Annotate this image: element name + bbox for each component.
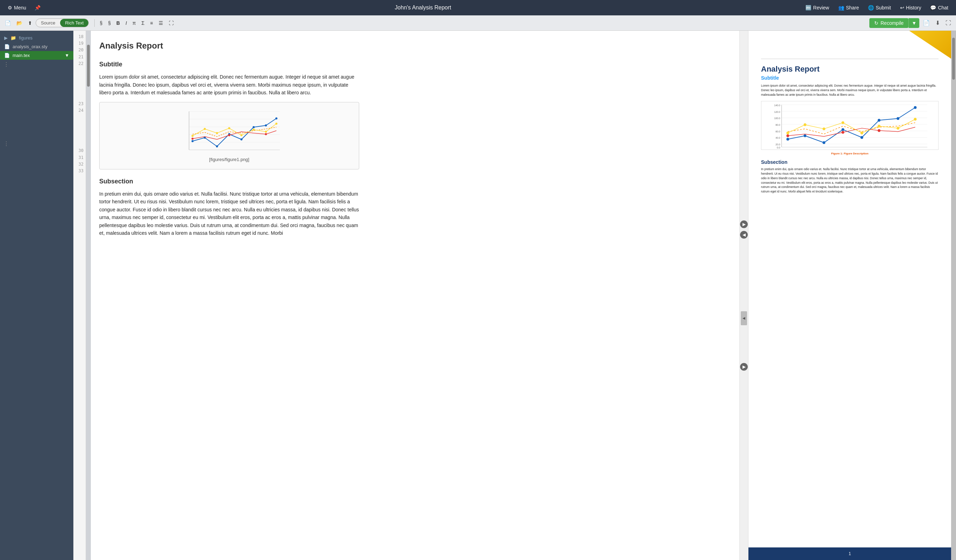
chevron-down-icon: ▼: [64, 53, 69, 58]
pdf-title: Analysis Report: [761, 64, 939, 74]
pdf-view-button[interactable]: 📄: [921, 18, 932, 28]
nav-left: ⚙ Menu 📌: [4, 3, 44, 12]
sidebar-label-sty: analysis_orax.sty: [13, 44, 47, 49]
svg-point-13: [265, 124, 267, 126]
pdf-footer: 1: [748, 547, 951, 560]
recompile-dropdown-button[interactable]: ▼: [909, 18, 919, 28]
pdf-body2: In pretium enim dui, quis ornare odio va…: [761, 167, 939, 194]
document-title: John's Analysis Report: [44, 5, 802, 11]
sidebar-item-figures[interactable]: ▶ 📁 figures: [0, 33, 73, 42]
menu-label: Menu: [14, 5, 26, 11]
collapse-panel-button[interactable]: ◀: [741, 311, 747, 325]
history-icon: ↩: [900, 5, 904, 11]
pdf-scrollbar[interactable]: [951, 31, 956, 560]
italic-button[interactable]: I: [123, 19, 129, 27]
review-button[interactable]: 🔤 Review: [802, 3, 833, 12]
pin-icon: 📌: [35, 5, 41, 11]
svg-point-51: [786, 132, 789, 134]
sidebar-item-sty[interactable]: 📄 analysis_orax.sty: [0, 42, 73, 51]
source-toggle-btn[interactable]: Source: [36, 19, 60, 27]
list-ordered-button[interactable]: ☰: [157, 19, 165, 27]
sidebar-dots-1[interactable]: ⋮: [0, 60, 73, 69]
collapse-right-button[interactable]: ⛶: [943, 19, 953, 28]
svg-point-43: [786, 138, 789, 141]
list-unordered-button[interactable]: ≡: [148, 19, 155, 27]
svg-text:40.0: 40.0: [775, 137, 780, 139]
svg-point-23: [192, 138, 193, 140]
svg-point-11: [241, 138, 242, 140]
sidebar: ▶ 📁 figures 📄 analysis_orax.sty 📄 main.t…: [0, 31, 73, 560]
pdf-subsection-title: Subsection: [761, 159, 939, 165]
chat-label: Chat: [938, 5, 948, 11]
main-content: ▶ 📁 figures 📄 analysis_orax.sty 📄 main.t…: [0, 31, 956, 560]
pin-button[interactable]: 📌: [31, 3, 44, 12]
svg-point-20: [253, 129, 255, 131]
folder-icon: 📁: [11, 35, 16, 41]
fullscreen-button[interactable]: ⛶: [167, 19, 176, 27]
sidebar-dots-2[interactable]: ⋮: [0, 139, 73, 148]
chat-icon: 💬: [930, 5, 936, 11]
pdf-body1: Lorem ipsum dolor sit amet, consectetur …: [761, 83, 939, 97]
svg-text:120.0: 120.0: [774, 111, 780, 113]
pdf-page[interactable]: Analysis Report Subtitle Lorem ipsum dol…: [748, 31, 951, 547]
svg-point-24: [228, 134, 230, 136]
editor-para2[interactable]: In pretium enim dui, quis ornare odio va…: [99, 190, 359, 237]
share-button[interactable]: 👥 Share: [835, 3, 862, 12]
pdf-subtitle: Subtitle: [761, 75, 939, 81]
chevron-right-icon: ▶: [4, 35, 8, 41]
svg-point-44: [803, 134, 807, 137]
svg-point-12: [253, 126, 255, 128]
arrow-left-button[interactable]: ◀: [740, 231, 748, 239]
svg-point-46: [841, 128, 844, 131]
share-label: Share: [846, 5, 859, 11]
panel-nav-arrows: ▶ ◀ ◀ ▶: [739, 31, 748, 560]
upload-button[interactable]: ⬆: [26, 19, 34, 27]
sidebar-label-figures: figures: [19, 35, 33, 41]
svg-point-16: [204, 128, 206, 130]
pdf-page-inner: Analysis Report Subtitle Lorem ipsum dol…: [748, 31, 951, 209]
chat-button[interactable]: 💬 Chat: [927, 3, 952, 12]
section-btn-2[interactable]: §: [106, 19, 113, 27]
editor-scroll[interactable]: Analysis Report Subtitle Lorem ipsum dol…: [91, 31, 739, 560]
svg-point-61: [878, 129, 881, 132]
svg-text:0.0: 0.0: [777, 146, 780, 149]
recompile-button[interactable]: ↻ Recompile: [870, 18, 909, 28]
file-active-icon: 📄: [4, 53, 10, 58]
richtext-toggle-btn[interactable]: Rich Text: [60, 19, 88, 27]
svg-point-22: [275, 123, 277, 125]
history-button[interactable]: ↩ History: [896, 3, 925, 12]
svg-point-47: [861, 136, 863, 139]
editor-scrollbar[interactable]: [86, 31, 91, 560]
svg-point-59: [786, 134, 789, 137]
editor-para1[interactable]: Lorem ipsum dolor sit amet, consectetur …: [99, 73, 359, 96]
arrow-right-2-button[interactable]: ▶: [740, 363, 748, 371]
bold-button[interactable]: B: [114, 19, 122, 27]
download-button[interactable]: ⬇: [933, 18, 942, 28]
editor-area: 18 19 20 21 22 23 24 30 31 32 33 Analysi…: [73, 31, 739, 560]
open-folder-button[interactable]: 📂: [14, 19, 24, 27]
section-btn-1[interactable]: §: [97, 19, 104, 27]
svg-point-48: [878, 119, 881, 122]
toolbar: 📄 📂 ⬆ Source Rich Text § § B I π Σ ≡ ☰ ⛶…: [0, 16, 956, 31]
pdf-top-divider: [761, 59, 939, 59]
menu-button[interactable]: ⚙ Menu: [4, 3, 30, 12]
svg-text:60.0: 60.0: [775, 130, 780, 133]
pi-button[interactable]: π: [131, 19, 138, 27]
svg-point-58: [914, 118, 917, 121]
submit-button[interactable]: 🌐 Submit: [865, 3, 895, 12]
arrow-right-button[interactable]: ▶: [740, 220, 748, 228]
svg-point-60: [841, 131, 844, 134]
menu-icon: ⚙: [8, 5, 12, 11]
new-file-button[interactable]: 📄: [3, 19, 13, 27]
svg-point-14: [275, 117, 277, 120]
svg-point-57: [896, 127, 899, 130]
share-icon: 👥: [838, 5, 844, 11]
svg-point-25: [265, 133, 267, 135]
svg-point-49: [896, 117, 899, 120]
editor-content: Analysis Report Subtitle Lorem ipsum dol…: [91, 31, 370, 253]
sigma-button[interactable]: Σ: [140, 19, 147, 27]
svg-point-52: [803, 123, 807, 126]
svg-text:80.0: 80.0: [775, 124, 780, 126]
top-navigation: ⚙ Menu 📌 John's Analysis Report 🔤 Review…: [0, 0, 956, 16]
sidebar-item-maintex[interactable]: 📄 main.tex ▼: [0, 51, 73, 60]
